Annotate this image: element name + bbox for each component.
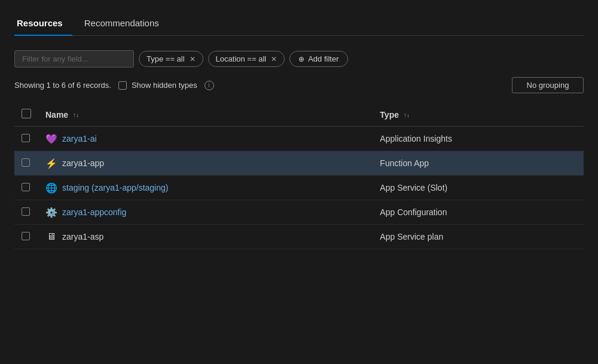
filter-input[interactable]: Filter for any field... bbox=[14, 50, 134, 68]
type-filter-remove-icon[interactable]: ✕ bbox=[190, 55, 196, 63]
row-type-cell: Application Insights bbox=[373, 127, 584, 151]
table-row[interactable]: 💜zarya1-aiApplication Insights bbox=[14, 127, 584, 151]
show-hidden-label[interactable]: Show hidden types bbox=[118, 81, 197, 90]
table-row[interactable]: ⚙️zarya1-appconfigApp Configuration bbox=[14, 200, 584, 225]
grouping-button[interactable]: No grouping bbox=[512, 77, 584, 93]
resource-name-link[interactable]: zarya1-ai bbox=[62, 134, 97, 143]
add-filter-button[interactable]: ⊕ Add filter bbox=[289, 51, 347, 67]
funnel-plus-icon: ⊕ bbox=[298, 55, 304, 63]
row-type-cell: App Configuration bbox=[373, 200, 584, 225]
resource-name-link[interactable]: staging (zarya1-app/staging) bbox=[62, 183, 168, 192]
row-name-cell: ⚡zarya1-app bbox=[38, 151, 373, 176]
row-checkbox-cell bbox=[14, 225, 38, 249]
select-all-checkbox[interactable] bbox=[22, 109, 31, 118]
show-hidden-checkbox[interactable] bbox=[118, 81, 127, 90]
location-filter-remove-icon[interactable]: ✕ bbox=[271, 55, 277, 63]
row-checkbox-cell bbox=[14, 176, 38, 200]
row-checkbox-cell bbox=[14, 151, 38, 176]
row-type-cell: App Service (Slot) bbox=[373, 176, 584, 200]
tab-resources[interactable]: Resources bbox=[14, 12, 72, 35]
table-row[interactable]: 🖥zarya1-aspApp Service plan bbox=[14, 225, 584, 249]
records-bar: Showing 1 to 6 of 6 records. Show hidden… bbox=[14, 77, 584, 93]
row-checkbox[interactable] bbox=[22, 183, 30, 191]
location-filter-pill[interactable]: Location == all ✕ bbox=[208, 51, 285, 67]
row-name-cell: 🌐staging (zarya1-app/staging) bbox=[38, 176, 373, 200]
app-configuration-icon: ⚙️ bbox=[45, 206, 57, 218]
resource-name-text: zarya1-asp bbox=[62, 232, 103, 241]
row-name-cell: ⚙️zarya1-appconfig bbox=[38, 200, 373, 225]
app-service-slot-icon: 🌐 bbox=[45, 182, 57, 194]
row-type-cell: Function App bbox=[373, 151, 584, 176]
type-filter-pill[interactable]: Type == all ✕ bbox=[139, 51, 203, 67]
row-checkbox[interactable] bbox=[22, 207, 30, 216]
tab-bar: Resources Recommendations bbox=[14, 12, 584, 36]
resource-table: Name ↑↓ Type ↑↓ 💜zarya1-aiApplication In… bbox=[14, 103, 584, 249]
resource-name-text: zarya1-app bbox=[62, 158, 104, 168]
tab-recommendations[interactable]: Recommendations bbox=[82, 12, 169, 35]
type-sort-icon[interactable]: ↑↓ bbox=[404, 112, 410, 118]
name-sort-icon[interactable]: ↑↓ bbox=[73, 112, 79, 118]
table-row[interactable]: ⚡zarya1-appFunction App bbox=[14, 151, 584, 176]
row-checkbox[interactable] bbox=[22, 232, 30, 240]
row-name-cell: 💜zarya1-ai bbox=[38, 127, 373, 151]
resource-name-link[interactable]: zarya1-appconfig bbox=[62, 207, 126, 217]
table-header-row: Name ↑↓ Type ↑↓ bbox=[14, 103, 584, 127]
row-checkbox[interactable] bbox=[22, 134, 30, 142]
th-select-all[interactable] bbox=[14, 103, 38, 127]
row-checkbox-cell bbox=[14, 200, 38, 225]
application-insights-icon: 💜 bbox=[45, 133, 57, 145]
th-type[interactable]: Type ↑↓ bbox=[373, 103, 584, 127]
function-app-icon: ⚡ bbox=[45, 157, 57, 169]
th-name[interactable]: Name ↑↓ bbox=[38, 103, 373, 127]
info-icon[interactable]: i bbox=[205, 81, 214, 90]
row-name-cell: 🖥zarya1-asp bbox=[38, 225, 373, 249]
records-count: Showing 1 to 6 of 6 records. bbox=[14, 81, 111, 90]
app-service-plan-icon: 🖥 bbox=[45, 231, 57, 243]
row-checkbox-cell bbox=[14, 127, 38, 151]
row-type-cell: App Service plan bbox=[373, 225, 584, 249]
row-checkbox[interactable] bbox=[22, 158, 30, 167]
table-row[interactable]: 🌐staging (zarya1-app/staging)App Service… bbox=[14, 176, 584, 200]
filter-bar: Filter for any field... Type == all ✕ Lo… bbox=[14, 50, 584, 68]
